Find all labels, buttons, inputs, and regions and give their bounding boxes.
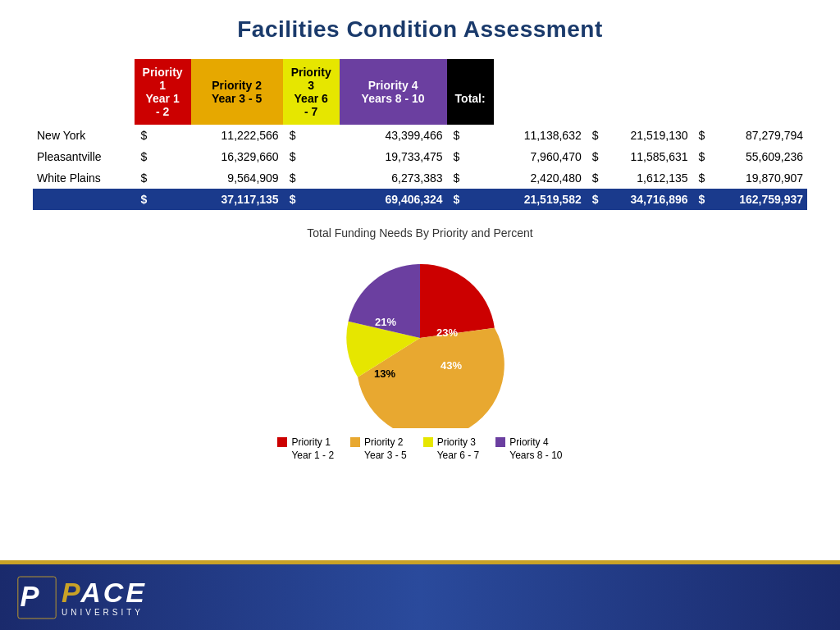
chart-legend: Priority 1 Year 1 - 2 Priority 2 Year 3 … bbox=[33, 436, 807, 461]
data-table: Priority 1Year 1 - 2 Priority 2Year 3 - … bbox=[33, 59, 807, 210]
legend-color-p2 bbox=[350, 437, 360, 447]
totals-row: $ 37,117,135 $ 69,406,324 $ 21,519,582 $… bbox=[33, 189, 807, 210]
header-priority1: Priority 1Year 1 - 2 bbox=[135, 59, 191, 125]
legend-label-p3-line1: Priority 3 bbox=[437, 436, 476, 448]
legend-item-p1: Priority 1 Year 1 - 2 bbox=[277, 436, 334, 461]
table-row: Pleasantville $ 16,329,660 $ 19,733,475 … bbox=[33, 146, 807, 167]
pie-label-p1: 23% bbox=[436, 326, 458, 339]
row-label-pleasantville: Pleasantville bbox=[33, 146, 135, 167]
legend-item-p2: Priority 2 Year 3 - 5 bbox=[350, 436, 407, 461]
pie-chart: 23% 43% 13% 21% bbox=[330, 248, 510, 428]
legend-label-p3-line2: Year 6 - 7 bbox=[437, 450, 480, 461]
university-text: UNIVERSITY bbox=[62, 608, 147, 617]
legend-color-p3 bbox=[423, 437, 433, 447]
legend-label-p4-line1: Priority 4 bbox=[509, 436, 548, 448]
chart-title: Total Funding Needs By Priority and Perc… bbox=[33, 226, 807, 240]
legend-color-p4 bbox=[495, 437, 505, 447]
pie-label-p2: 43% bbox=[441, 359, 462, 372]
header-priority3: Priority 3Year 6 - 7 bbox=[283, 59, 340, 125]
pace-logo-icon: P bbox=[16, 575, 57, 620]
row-label-whiteplains: White Plains bbox=[33, 167, 135, 189]
legend-label-p2-line1: Priority 2 bbox=[364, 436, 403, 448]
main-content: Facilities Condition Assessment Priority… bbox=[0, 0, 840, 469]
header-priority2: Priority 2Year 3 - 5 bbox=[191, 59, 283, 125]
svg-text:P: P bbox=[21, 581, 40, 612]
legend-item-p3: Priority 3 Year 6 - 7 bbox=[423, 436, 480, 461]
table-row: New York $ 11,222,566 $ 43,399,466 $ 11,… bbox=[33, 125, 807, 146]
legend-label-p1-line1: Priority 1 bbox=[291, 436, 330, 448]
legend-color-p1 bbox=[277, 437, 287, 447]
table-row: White Plains $ 9,564,909 $ 6,273,383 $ 2… bbox=[33, 167, 807, 189]
pie-label-p3: 13% bbox=[374, 368, 395, 380]
header-priority4: Priority 4Years 8 - 10 bbox=[340, 59, 447, 125]
chart-container: 23% 43% 13% 21% bbox=[33, 248, 807, 428]
pie-label-p4: 21% bbox=[375, 316, 396, 328]
legend-label-p2-line2: Year 3 - 5 bbox=[364, 450, 407, 461]
legend-item-p4: Priority 4 Years 8 - 10 bbox=[495, 436, 562, 461]
footer: P PACE UNIVERSITY bbox=[0, 564, 840, 630]
pace-logo: P PACE UNIVERSITY bbox=[16, 575, 147, 620]
chart-section: Total Funding Needs By Priority and Perc… bbox=[33, 226, 807, 461]
header-total: Total: bbox=[447, 59, 494, 125]
page-title: Facilities Condition Assessment bbox=[33, 16, 807, 43]
legend-label-p4-line2: Years 8 - 10 bbox=[509, 450, 562, 461]
row-label-newyork: New York bbox=[33, 125, 135, 146]
pace-text: PACE bbox=[62, 578, 147, 606]
legend-label-p1-line2: Year 1 - 2 bbox=[291, 450, 334, 461]
